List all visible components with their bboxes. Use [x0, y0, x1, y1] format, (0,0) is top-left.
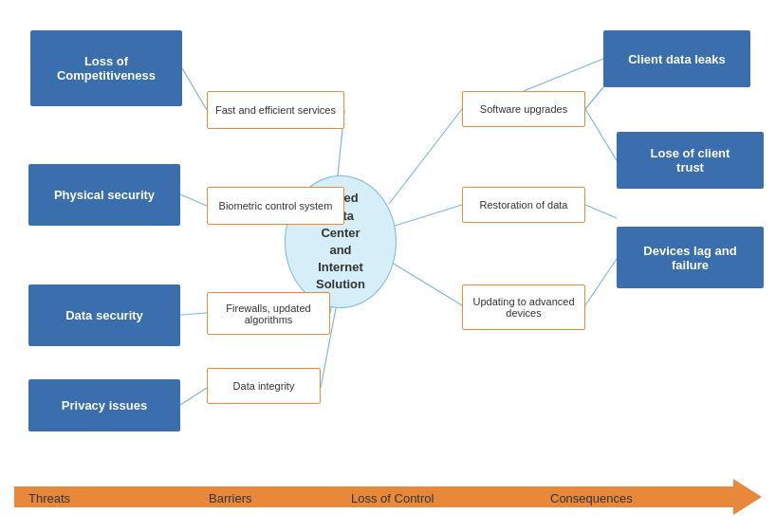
svg-line-4: [180, 313, 207, 315]
threat-label-t2: Physical security: [54, 188, 155, 202]
consequence-label-c3: Devices lag and failure: [643, 244, 736, 272]
svg-line-10: [585, 109, 617, 160]
barrier-label-bl2: Biometric control system: [219, 200, 333, 211]
svg-line-14: [585, 259, 617, 305]
threat-box-t2: Physical security: [28, 164, 180, 226]
consequence-box-c1: Client data leaks: [603, 30, 750, 87]
barrier-label-bl4: Data integrity: [233, 380, 295, 392]
barrier-box-bl4: Data integrity: [207, 368, 321, 404]
arrow-label-barriers: Barriers: [209, 491, 252, 505]
consequence-label-c1: Client data leaks: [628, 52, 726, 66]
diagram: Failed Data Center and Internet Solution…: [0, 0, 776, 532]
svg-line-8: [389, 109, 462, 204]
threat-box-t4: Privacy issues: [28, 379, 180, 431]
barrier-label-br3: Updating to advanced devices: [472, 296, 574, 319]
barrier-label-bl1: Fast and efficient services: [215, 104, 336, 116]
svg-line-12: [585, 205, 617, 218]
threat-label-t3: Data security: [65, 308, 143, 322]
barrier-box-br2: Restoration of data: [462, 187, 585, 223]
consequence-box-c2: Lose of client trust: [617, 132, 764, 189]
barrier-box-bl2: Biometric control system: [207, 187, 344, 225]
barrier-box-bl3: Firewalls, updated algorithms: [207, 292, 330, 335]
svg-line-0: [182, 68, 207, 110]
svg-line-13: [389, 261, 462, 305]
barrier-label-bl3: Firewalls, updated algorithms: [226, 303, 310, 325]
threat-label-t4: Privacy issues: [62, 398, 147, 413]
barrier-label-br2: Restoration of data: [480, 199, 568, 211]
svg-line-6: [180, 388, 207, 405]
threat-label-t1: Loss of Competitiveness: [57, 54, 156, 83]
svg-line-11: [389, 205, 462, 228]
barrier-box-br3: Updating to advanced devices: [462, 284, 585, 330]
threat-box-t3: Data security: [28, 284, 180, 346]
consequence-box-c3: Devices lag and failure: [617, 227, 764, 288]
arrow-label-threats: Threats: [28, 491, 70, 505]
consequence-label-c2: Lose of client trust: [651, 146, 730, 174]
barrier-label-br1: Software upgrades: [480, 103, 567, 115]
svg-line-2: [180, 194, 207, 206]
arrow-label-losscontrol: Loss of Control: [351, 491, 434, 505]
arrow-head: [733, 479, 762, 515]
barrier-box-bl1: Fast and efficient services: [207, 91, 344, 129]
barrier-box-br1: Software upgrades: [462, 91, 585, 127]
arrow-label-consequences: Consequences: [550, 491, 633, 505]
threat-box-t1: Loss of Competitiveness: [30, 30, 182, 106]
svg-line-15: [524, 59, 603, 91]
